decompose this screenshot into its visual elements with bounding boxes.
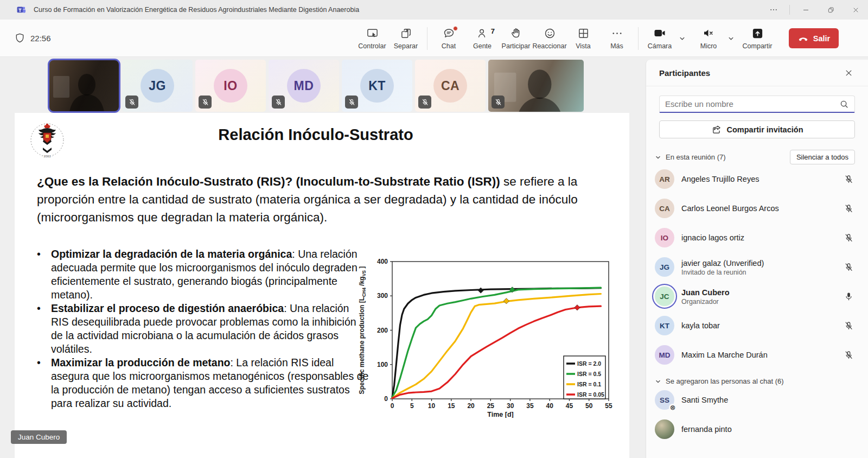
mute-all-button[interactable]: Silenciar a todos [790,150,855,164]
participant-row[interactable]: IOignacio lagos ortiz [646,223,868,252]
window-minimize-icon[interactable] [793,0,818,20]
mic-muted-icon[interactable] [842,321,855,331]
participant-row[interactable]: SS⊗Santi Smythe [646,385,868,415]
svg-text:Time [d]: Time [d] [487,411,513,418]
toolbar-reaccionar-button[interactable]: Reaccionar [533,22,566,55]
avatar: CA [433,69,467,103]
mic-muted-icon[interactable] [842,262,855,272]
micro-icon [702,27,715,40]
toolbar-buttons: ControlarSepararChatGente7ParticiparReac… [355,20,774,57]
participant-row[interactable]: fernanda pinto [646,415,868,444]
search-input[interactable] [665,99,839,109]
close-panel-icon[interactable] [841,65,856,80]
photo-avatar [655,419,674,439]
svg-text:30: 30 [507,402,514,410]
mic-muted-icon [418,96,431,109]
participant-row[interactable]: JGjavier galaz (Unverified)Invitado de l… [646,252,868,282]
slide-bullet-list: •Optimizar la degradación de la materia … [37,247,369,410]
share-invite-button[interactable]: Compartir invitación [659,120,855,138]
participant-name: Carlos Leonel Burgos Arcos [681,204,779,213]
participant-row[interactable]: KTkayla tobar [646,311,868,340]
mic-muted-icon[interactable] [842,233,855,243]
video-silhouette [49,60,119,112]
participant-row[interactable]: CACarlos Leonel Burgos Arcos [646,194,868,223]
participant-row[interactable]: JCJuan CuberoOrganizador [646,282,868,311]
toolbar-vista-button[interactable]: Vista [566,22,600,55]
section-in-meeting[interactable]: En esta reunión (7) Silenciar a todos [655,150,855,164]
svg-text:Specific methane production [L: Specific methane production [LCH4 /kgVS … [358,266,367,395]
participant-name: fernanda pinto [681,425,732,434]
svg-text:10: 10 [428,402,436,410]
mic-muted-icon [345,96,358,109]
participant-row[interactable]: ARAngeles Trujillo Reyes [646,164,868,194]
vista-icon [577,27,590,40]
svg-text:200: 200 [377,327,388,334]
initials-tile-IO[interactable]: IO [195,60,266,112]
micro-chevron-down-icon[interactable] [725,22,736,55]
initials-tile-CA[interactable]: CA [415,60,486,112]
window-restore-icon[interactable] [818,0,843,20]
meeting-stage: JGIOMDKTCA · 1531 · Relación Inóculo-Sus… [0,57,868,458]
toolbar-chat-button[interactable]: Chat [432,22,465,55]
panel-title: Participantes [659,68,841,78]
participant-name: Angeles Trujillo Reyes [681,175,759,183]
camara-icon [653,27,666,40]
participant-search[interactable] [659,96,855,113]
svg-text:ISR = 0.5: ISR = 0.5 [577,371,601,377]
section-chat-added[interactable]: Se agregaron las personas al chat (6) [655,377,855,385]
mic-muted-icon[interactable] [842,350,855,360]
svg-text:40: 40 [546,402,554,410]
mic-on-icon[interactable] [842,291,855,302]
avatar: MD [655,345,674,365]
initials-tile-MD[interactable]: MD [269,60,339,112]
toolbar-separar-button[interactable]: Separar [389,22,423,55]
teams-logo-icon [16,4,27,15]
toolbar-compartir-button[interactable]: Compartir [741,22,774,55]
svg-text:ISR = 0.05: ISR = 0.05 [577,391,604,398]
participant-name: Santi Smythe [681,396,728,404]
camara-chevron-down-icon[interactable] [676,22,687,55]
avatar: IO [214,69,247,103]
initials-tile-JG[interactable]: JG [122,60,193,112]
participant-role: Invitado de la reunión [681,269,835,276]
controlar-icon [366,27,379,40]
toolbar-controlar-button[interactable]: Controlar [355,22,389,55]
compartir-icon [751,27,764,40]
mic-muted-icon[interactable] [842,174,855,185]
window-close-icon[interactable] [843,0,868,20]
avatar: JC [655,287,674,306]
avatar: KT [360,69,394,103]
presenter-video[interactable] [49,60,119,112]
participant-row[interactable]: MDMaxim La Marche Durán [646,340,868,370]
share-invite-icon [711,124,722,135]
presenter-name-tag: Juan Cubero [11,430,67,444]
shared-slide: · 1531 · Relación Inóculo-Sustrato ¿Que … [15,113,629,458]
mic-muted-icon[interactable] [842,203,855,214]
avatar: IO [655,228,674,247]
in-meeting-list: ARAngeles Trujillo ReyesCACarlos Leonel … [646,164,868,370]
participant-video[interactable] [488,60,584,112]
svg-text:0: 0 [384,395,388,403]
toolbar-participar-button[interactable]: Participar [499,22,533,55]
toolbar-mas-button[interactable]: Más [600,22,634,55]
participant-name: Maxim La Marche Durán [681,351,768,359]
toolbar-camara-button[interactable]: Cámara [643,22,676,55]
initials-tile-KT[interactable]: KT [342,60,412,112]
avatar: SS⊗ [655,390,674,410]
avatar: JG [141,69,174,103]
leave-button[interactable]: Salir [789,28,839,48]
svg-text:5: 5 [410,402,414,410]
mic-muted-icon [272,96,285,109]
toolbar-micro-button[interactable]: Micro [692,22,725,55]
svg-text:25: 25 [487,402,495,410]
toolbar-gente-button[interactable]: Gente7 [465,22,499,55]
window-more-icon[interactable] [761,0,786,20]
chevron-down-icon [655,378,661,385]
svg-text:300: 300 [377,292,388,300]
bullet-item: •Maximizar la producción de metano: La r… [37,356,369,410]
participant-name: javier galaz (Unverified) [681,259,764,268]
not-in-meeting-badge: ⊗ [669,404,676,411]
svg-text:35: 35 [526,402,534,410]
mic-muted-icon [492,96,505,109]
svg-text:100: 100 [377,361,388,368]
